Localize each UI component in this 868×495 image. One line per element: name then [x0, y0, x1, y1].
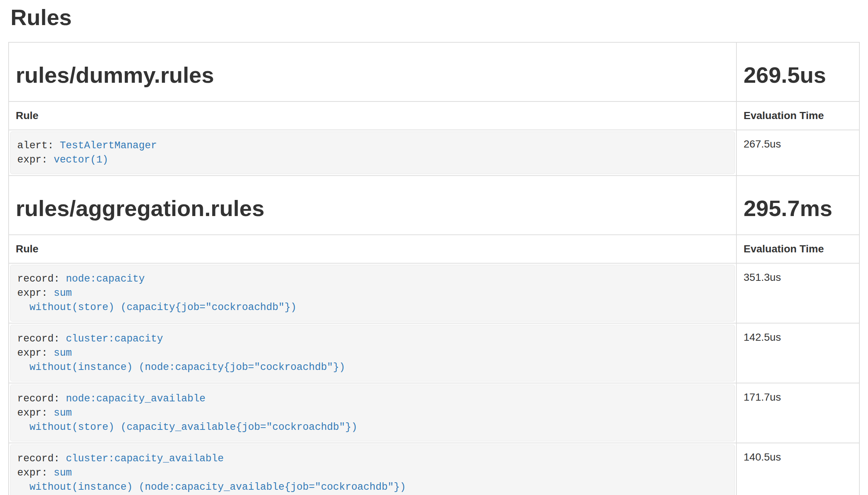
rule-keyword: expr:: [17, 467, 48, 479]
rule-cell: record: cluster:capacity_available expr:…: [9, 443, 736, 495]
rule-expression-link[interactable]: node:capacity: [66, 273, 145, 285]
rule-keyword: expr:: [17, 288, 48, 299]
rule-expression-link[interactable]: sum: [54, 347, 72, 359]
evaluation-time-value: 351.3us: [736, 263, 859, 323]
rule-keyword: expr:: [17, 347, 48, 359]
rule-row: record: node:capacity expr: sum without(…: [9, 263, 859, 323]
group-file-name: rules/dummy.rules: [16, 63, 729, 88]
rule-column-header: Rule: [9, 101, 736, 130]
evaluation-time-value: 142.5us: [736, 323, 859, 383]
rule-row: record: cluster:capacity expr: sum witho…: [9, 323, 859, 383]
rule-expression-link[interactable]: TestAlertManager: [60, 140, 157, 151]
rule-keyword: record:: [17, 453, 60, 464]
rule-keyword: alert:: [17, 140, 54, 151]
rule-group-total-cell: 295.7ms: [736, 176, 859, 235]
rule-row: record: node:capacity_available expr: su…: [9, 383, 859, 443]
rule-definition: record: node:capacity_available expr: su…: [10, 385, 735, 441]
rule-group-file-cell: rules/aggregation.rules: [9, 176, 736, 235]
rule-keyword: record:: [17, 333, 60, 344]
rule-expression-link[interactable]: sum: [54, 467, 72, 479]
rules-table: rules/dummy.rules269.5usRuleEvaluation T…: [8, 42, 860, 495]
rule-expression-link[interactable]: cluster:capacity: [66, 333, 163, 344]
column-header-row: RuleEvaluation Time: [9, 101, 859, 130]
evaluation-time-column-header: Evaluation Time: [736, 235, 859, 263]
rule-group-file-cell: rules/dummy.rules: [9, 42, 736, 101]
evaluation-time-value: 267.5us: [736, 130, 859, 176]
evaluation-time-value: 140.5us: [736, 443, 859, 495]
column-header-row: RuleEvaluation Time: [9, 235, 859, 263]
rule-row: alert: TestAlertManager expr: vector(1)2…: [9, 130, 859, 176]
group-evaluation-total: 269.5us: [744, 63, 852, 88]
evaluation-time-value: 171.7us: [736, 383, 859, 443]
rule-expression-link[interactable]: without(instance) (node:capacity{job="co…: [17, 362, 345, 373]
evaluation-time-column-header: Evaluation Time: [736, 101, 859, 130]
rule-definition: alert: TestAlertManager expr: vector(1): [10, 131, 735, 174]
rule-group-header-row: rules/dummy.rules269.5us: [9, 42, 859, 101]
rule-cell: alert: TestAlertManager expr: vector(1): [9, 130, 736, 176]
group-evaluation-total: 295.7ms: [744, 196, 852, 221]
rule-expression-link[interactable]: cluster:capacity_available: [66, 453, 224, 464]
rule-cell: record: node:capacity_available expr: su…: [9, 383, 736, 443]
rule-keyword: record:: [17, 393, 60, 404]
rule-definition: record: cluster:capacity_available expr:…: [10, 444, 735, 495]
rule-column-header: Rule: [9, 235, 736, 263]
rule-expression-link[interactable]: sum: [54, 288, 72, 299]
rule-expression-link[interactable]: without(store) (capacity{job="cockroachd…: [17, 302, 296, 313]
rule-definition: record: node:capacity expr: sum without(…: [10, 265, 735, 322]
rule-cell: record: node:capacity expr: sum without(…: [9, 263, 736, 323]
rule-keyword: expr:: [17, 407, 48, 419]
rule-row: record: cluster:capacity_available expr:…: [9, 443, 859, 495]
rules-table-body: rules/dummy.rules269.5usRuleEvaluation T…: [9, 42, 859, 495]
rule-expression-link[interactable]: without(store) (capacity_available{job="…: [17, 422, 357, 433]
rule-expression-link[interactable]: node:capacity_available: [66, 393, 206, 404]
rule-cell: record: cluster:capacity expr: sum witho…: [9, 323, 736, 383]
rule-keyword: expr:: [17, 154, 48, 165]
rule-group-total-cell: 269.5us: [736, 42, 859, 101]
rule-definition: record: cluster:capacity expr: sum witho…: [10, 325, 735, 382]
rule-expression-link[interactable]: without(instance) (node:capacity_availab…: [17, 482, 406, 493]
page-title: Rules: [10, 5, 860, 30]
rule-expression-link[interactable]: vector(1): [54, 154, 108, 165]
group-file-name: rules/aggregation.rules: [16, 196, 729, 221]
rule-group-header-row: rules/aggregation.rules295.7ms: [9, 176, 859, 235]
rule-expression-link[interactable]: sum: [54, 407, 72, 419]
rule-keyword: record:: [17, 273, 60, 285]
